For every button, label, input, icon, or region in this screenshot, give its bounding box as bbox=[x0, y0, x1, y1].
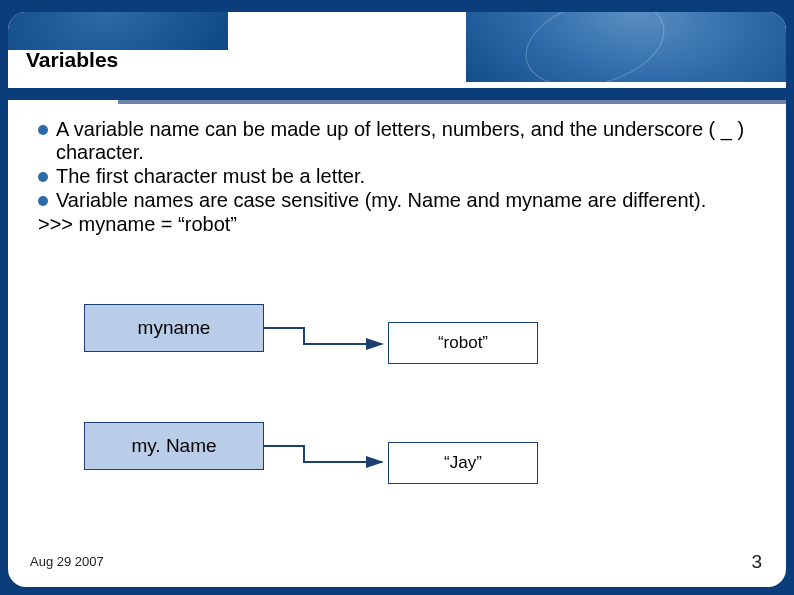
slide-title: Variables bbox=[26, 48, 118, 72]
arrow-1 bbox=[264, 326, 404, 356]
bullet-icon bbox=[38, 196, 48, 206]
bullet-text: A variable name can be made up of letter… bbox=[56, 118, 756, 164]
decor-top-left bbox=[8, 12, 228, 50]
bullet-item: A variable name can be made up of letter… bbox=[38, 118, 756, 164]
bullet-item: Variable names are case sensitive (my. N… bbox=[38, 189, 756, 212]
variable-box-1: myname bbox=[84, 304, 264, 352]
content-area: A variable name can be made up of letter… bbox=[38, 118, 756, 236]
value-box-1: “robot” bbox=[388, 322, 538, 364]
arrow-2 bbox=[264, 444, 404, 474]
bullet-item: The first character must be a letter. bbox=[38, 165, 756, 188]
bullet-icon bbox=[38, 125, 48, 135]
diagram: myname “robot” my. Name “Jay” bbox=[78, 302, 726, 522]
variable-box-2: my. Name bbox=[84, 422, 264, 470]
footer-date: Aug 29 2007 bbox=[30, 554, 104, 569]
page-number: 3 bbox=[751, 551, 762, 573]
title-rule bbox=[8, 88, 786, 104]
decor-top-right bbox=[466, 12, 786, 82]
slide-card: Variables A variable name can be made up… bbox=[8, 12, 786, 587]
value-box-2: “Jay” bbox=[388, 442, 538, 484]
bullet-text: Variable names are case sensitive (my. N… bbox=[56, 189, 756, 212]
bullet-text: The first character must be a letter. bbox=[56, 165, 756, 188]
code-line: >>> myname = “robot” bbox=[38, 213, 756, 236]
bullet-icon bbox=[38, 172, 48, 182]
